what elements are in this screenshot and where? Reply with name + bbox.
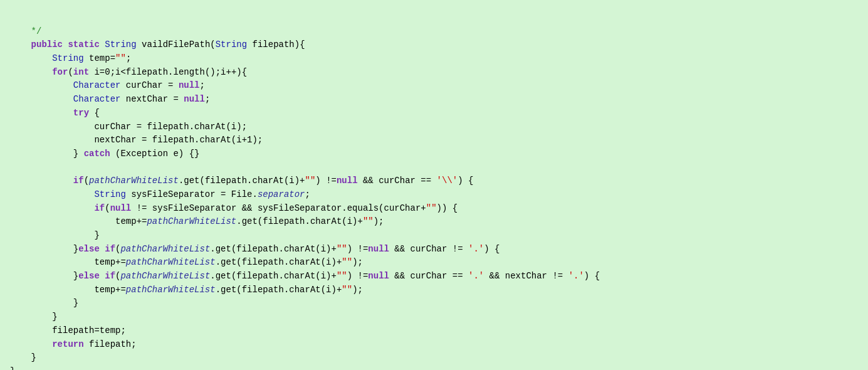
line-if-separator: if(null != sysFileSeparator && sysFileSe… [10, 203, 458, 213]
line-for: for(int i=0;i<filepath.length();i++){ [10, 67, 247, 77]
line-curchar-decl: Character curChar = null; [10, 80, 205, 90]
line-catch: } catch (Exception e) {} [10, 149, 199, 159]
line-blank [10, 162, 15, 172]
line-nextchar-decl: Character nextChar = null; [10, 94, 210, 104]
line-filepath-assign: filepath=temp; [10, 325, 126, 336]
line-close-method: } [10, 352, 36, 362]
line-close-inner-if: } [10, 230, 100, 240]
line-method-sig: public static String vaildFilePath(Strin… [10, 40, 305, 50]
line-comment: */ [10, 26, 41, 36]
line-nextchar-assign: nextChar = filepath.charAt(i+1); [10, 135, 263, 145]
line-close-for: } [10, 312, 58, 322]
line-if-backslash: if(pathCharWhiteList.get(filepath.charAt… [10, 176, 473, 186]
line-temp-add-3: temp+=pathCharWhiteList.get(filepath.cha… [10, 285, 363, 295]
line-try: try { [10, 108, 100, 118]
line-close-else-if: } [10, 298, 78, 308]
line-else-if-dot2: }else if(pathCharWhiteList.get(filepath.… [10, 271, 600, 281]
line-temp-add-2: temp+=pathCharWhiteList.get(filepath.cha… [10, 257, 363, 267]
line-temp-add-1: temp+=pathCharWhiteList.get(filepath.cha… [10, 216, 384, 226]
line-else-if-dot: }else if(pathCharWhiteList.get(filepath.… [10, 244, 499, 254]
line-separator-decl: String sysFileSeparator = File.separator… [10, 189, 310, 199]
line-return: return filepath; [10, 339, 137, 349]
line-curchar-assign: curChar = filepath.charAt(i); [10, 122, 247, 132]
line-close-class: } [10, 366, 15, 370]
line-str-init: String temp=""; [10, 53, 131, 63]
code-display: */ public static String vaildFilePath(St… [0, 6, 868, 370]
